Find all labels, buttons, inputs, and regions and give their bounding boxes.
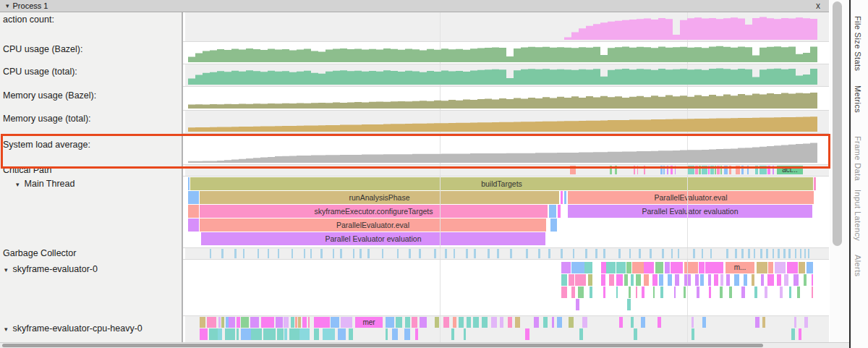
slice[interactable] xyxy=(699,166,701,174)
slice[interactable] xyxy=(629,249,631,258)
slice[interactable] xyxy=(747,166,749,174)
slice[interactable] xyxy=(323,328,335,340)
slice[interactable] xyxy=(188,218,199,232)
slice-skyframeexecutor-configuretargets[interactable]: skyframeExecutor.configureTargets xyxy=(200,205,548,218)
slice[interactable] xyxy=(619,317,623,328)
slice[interactable] xyxy=(359,249,362,258)
slice[interactable] xyxy=(636,287,637,298)
slice[interactable] xyxy=(454,249,455,258)
slice[interactable] xyxy=(616,274,623,286)
slice[interactable] xyxy=(250,317,259,328)
slice[interactable] xyxy=(229,317,235,328)
slice[interactable] xyxy=(752,274,754,286)
slice[interactable] xyxy=(314,317,330,328)
slice[interactable] xyxy=(525,328,529,340)
slice[interactable] xyxy=(724,166,728,174)
slice[interactable] xyxy=(435,317,439,328)
slice[interactable] xyxy=(744,274,747,286)
slice[interactable] xyxy=(697,287,699,298)
slice[interactable] xyxy=(695,166,698,174)
slice[interactable] xyxy=(693,249,695,258)
slice[interactable] xyxy=(382,249,383,258)
slice[interactable] xyxy=(641,317,645,328)
track-garbage-collector[interactable] xyxy=(185,247,829,259)
slice[interactable] xyxy=(637,166,638,174)
slice[interactable] xyxy=(794,317,796,328)
slice[interactable] xyxy=(674,287,676,298)
slice[interactable] xyxy=(687,166,694,174)
slice[interactable] xyxy=(340,249,342,258)
slice[interactable] xyxy=(710,166,714,174)
slice[interactable] xyxy=(451,328,454,340)
slice[interactable] xyxy=(767,274,774,286)
slice[interactable] xyxy=(726,274,730,286)
slice[interactable] xyxy=(515,317,520,328)
slice[interactable] xyxy=(263,328,273,340)
slice[interactable] xyxy=(714,274,718,286)
slice[interactable] xyxy=(629,287,631,298)
slice[interactable] xyxy=(268,249,269,258)
slice[interactable] xyxy=(702,249,703,258)
slice[interactable] xyxy=(710,249,712,258)
slice[interactable] xyxy=(482,317,488,328)
slice[interactable] xyxy=(800,249,801,258)
tab-input-latency[interactable]: Input Latency xyxy=(854,190,862,241)
slice[interactable] xyxy=(780,287,783,298)
slice[interactable] xyxy=(304,249,305,258)
slice[interactable] xyxy=(675,274,679,286)
slice[interactable] xyxy=(652,274,658,286)
slice[interactable] xyxy=(392,328,398,340)
slice[interactable] xyxy=(218,328,222,340)
process-header[interactable]: ▾ Process 1 x xyxy=(0,0,829,12)
slice[interactable] xyxy=(491,317,497,328)
horizontal-scrollbar-thumb[interactable] xyxy=(2,344,763,347)
slice[interactable] xyxy=(642,287,644,298)
slice[interactable] xyxy=(760,166,767,174)
slice[interactable] xyxy=(299,328,310,340)
slice[interactable] xyxy=(663,166,665,174)
slice[interactable] xyxy=(788,249,791,258)
slice[interactable] xyxy=(386,317,394,328)
slice[interactable] xyxy=(778,249,780,258)
slice[interactable] xyxy=(353,249,354,258)
slice[interactable] xyxy=(241,328,251,340)
slice[interactable] xyxy=(748,249,750,258)
slice-act[interactable]: act... xyxy=(777,166,803,174)
slice[interactable] xyxy=(419,249,421,258)
collapse-arrow-icon[interactable]: ▾ xyxy=(4,266,8,273)
slice[interactable] xyxy=(773,166,774,174)
slice[interactable] xyxy=(573,249,574,258)
slice[interactable] xyxy=(720,274,723,286)
slice[interactable] xyxy=(552,317,554,328)
slice[interactable] xyxy=(396,317,402,328)
slice[interactable] xyxy=(692,328,694,340)
slice[interactable] xyxy=(415,328,418,340)
slice[interactable] xyxy=(720,287,723,298)
slice[interactable] xyxy=(266,317,274,328)
slice[interactable] xyxy=(755,317,760,328)
slice[interactable] xyxy=(804,274,807,286)
slice[interactable] xyxy=(188,191,199,204)
slice[interactable] xyxy=(331,317,339,328)
track-cpu-usage-bazel[interactable] xyxy=(185,41,829,64)
slice[interactable] xyxy=(405,317,410,328)
slice[interactable] xyxy=(510,249,512,258)
vertical-scrollbar[interactable] xyxy=(830,0,849,342)
slice[interactable] xyxy=(571,262,584,273)
slice[interactable] xyxy=(188,205,199,218)
slice[interactable] xyxy=(276,317,283,328)
track-critical-path[interactable]: act... xyxy=(185,164,829,176)
slice[interactable] xyxy=(791,328,795,340)
slice[interactable] xyxy=(726,249,728,258)
slice[interactable] xyxy=(660,166,663,174)
slice[interactable] xyxy=(569,274,574,286)
slice[interactable] xyxy=(729,287,732,298)
slice[interactable] xyxy=(561,287,567,298)
slice[interactable] xyxy=(497,249,499,258)
slice[interactable] xyxy=(404,328,410,340)
slice[interactable] xyxy=(229,328,235,340)
slice[interactable] xyxy=(655,262,663,273)
track-label-row-skyframe-evaluator-0[interactable]: ▾skyframe-evaluator-0 xyxy=(0,264,185,274)
collapse-icon[interactable]: ▾ xyxy=(6,2,9,9)
slice[interactable] xyxy=(200,317,205,328)
